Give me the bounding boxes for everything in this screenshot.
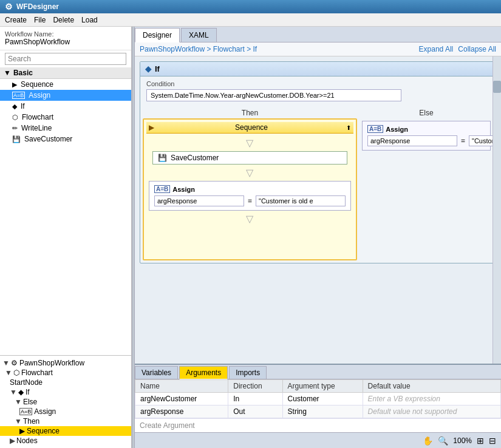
argument-row: argNewCustomer In Customer Enter a VB ex…	[135, 393, 500, 406]
assign-then-right[interactable]	[256, 195, 346, 206]
arg-direction[interactable]: In	[228, 393, 282, 406]
tab-xaml[interactable]: XAML	[181, 28, 217, 42]
assign-else-left[interactable]	[367, 135, 457, 146]
toolbox-item-label: WriteLine	[21, 124, 52, 132]
assign-then-row: =	[152, 194, 348, 208]
canvas-scrollbar[interactable]	[492, 56, 501, 364]
toolbox-item-sequence[interactable]: ▶ Sequence	[0, 79, 131, 90]
tree-item-assign-else[interactable]: A=B Assign	[0, 407, 131, 416]
sequence-title: Sequence	[235, 123, 268, 132]
if-header: ◆ If	[140, 62, 496, 76]
writeline-icon: ✏	[12, 124, 18, 132]
tree-item-then[interactable]: ▼ Then	[0, 416, 131, 426]
savecustomer-activity[interactable]: 💾 SaveCustomer	[152, 151, 347, 165]
menu-load[interactable]: Load	[81, 16, 98, 24]
tab-imports[interactable]: Imports	[229, 366, 267, 379]
tree-item-nodes[interactable]: ▶ Nodes	[0, 436, 131, 446]
restore-icon[interactable]: ⊟	[489, 436, 496, 446]
designer-tabs: Designer XAML	[135, 27, 501, 42]
tree-icon: ⚙	[11, 359, 18, 367]
breadcrumb-path[interactable]: PawnShopWorkflow > Flowchart > If	[140, 45, 257, 53]
tree-item-sequence[interactable]: ▶ Sequence	[0, 426, 131, 436]
col-type: Argument type	[282, 380, 363, 393]
search-input[interactable]	[5, 53, 126, 65]
assign-then-left[interactable]	[154, 195, 244, 206]
toolbox-item-assign[interactable]: A=B Assign	[0, 90, 131, 101]
if-diamond-icon: ◆	[145, 64, 151, 73]
tree-icon: A=B	[19, 408, 32, 415]
tree-item-pawnshop[interactable]: ▼ ⚙ PawnShopWorkflow	[0, 358, 131, 368]
toolbox-item-label: SaveCustomer	[24, 135, 72, 143]
toolbox-group-basic[interactable]: ▼ Basic	[0, 67, 131, 79]
then-label: Then	[143, 107, 357, 118]
sequence-icon: ▶	[149, 123, 154, 132]
expand-all-button[interactable]: Expand All	[419, 45, 454, 53]
savecustomer-icon: 💾	[12, 135, 21, 143]
tree-label: Then	[23, 417, 39, 426]
tree-label: Flowchart	[21, 368, 53, 377]
tree-label: Sequence	[27, 427, 60, 435]
menu-create[interactable]: Create	[5, 16, 27, 24]
assign-then: A=B Assign =	[149, 181, 351, 211]
toolbox-item-writeline[interactable]: ✏ WriteLine	[0, 123, 131, 134]
assign-else-eq: =	[460, 137, 466, 145]
arg-type[interactable]: Customer	[282, 393, 363, 406]
toolbox-item-label: Assign	[29, 91, 50, 100]
status-bar: ✋ 🔍 100% ⊞ ⊟	[135, 432, 501, 448]
assign-icon: A=B	[12, 92, 25, 99]
argument-row: argResponse Out String Default value not…	[135, 406, 500, 418]
tree-item-if[interactable]: ▼ ◆ If	[0, 387, 131, 397]
arg-name[interactable]: argResponse	[135, 406, 228, 418]
condition-section: Condition	[140, 76, 496, 105]
tree-icon: ▶	[19, 427, 25, 435]
toolbox-item-savecustomer[interactable]: 💾 SaveCustomer	[0, 134, 131, 144]
assign-else-header: A=B Assign	[365, 124, 488, 134]
toolbox-item-flowchart[interactable]: ⬡ Flowchart	[0, 112, 131, 123]
arg-default[interactable]: Default value not supported	[363, 406, 500, 418]
toolbox-item-if[interactable]: ◆ If	[0, 101, 131, 112]
tab-designer[interactable]: Designer	[135, 28, 180, 42]
group-label: Basic	[13, 69, 33, 77]
assign-else: A=B Assign =	[362, 121, 491, 151]
arg-name[interactable]: argNewCustomer	[135, 393, 228, 406]
bottom-tabs: Variables Arguments Imports	[135, 365, 501, 379]
sequence-collapse-button[interactable]: ⬆	[346, 124, 351, 131]
tree-item-else[interactable]: ▼ Else	[0, 397, 131, 407]
arg-type[interactable]: String	[282, 406, 363, 418]
tab-arguments[interactable]: Arguments	[179, 366, 228, 379]
arg-direction[interactable]: Out	[228, 406, 282, 418]
arg-default[interactable]: Enter a VB expression	[363, 393, 500, 406]
tree-arrow: ▼	[2, 359, 10, 367]
group-arrow: ▼	[4, 69, 11, 77]
tree-label: StartNode	[10, 378, 43, 387]
else-label: Else	[360, 107, 493, 118]
toolbox: ▼ Basic ▶ Sequence A=B Assign ◆ If ⬡ Flo…	[0, 67, 131, 355]
tree-item-flowchart[interactable]: ▼ ⬡ Flowchart	[0, 368, 131, 378]
fit-window-icon[interactable]: ⊞	[477, 436, 484, 446]
collapse-all-button[interactable]: Collapse All	[458, 45, 496, 53]
condition-input[interactable]	[146, 89, 401, 101]
tab-variables[interactable]: Variables	[135, 366, 178, 379]
bottom-area: Variables Arguments Imports Name Directi…	[135, 364, 501, 432]
breadcrumb-actions: Expand All Collapse All	[419, 45, 496, 53]
hand-icon[interactable]: ✋	[423, 436, 433, 446]
then-column: Then ▶ Sequence ⬆ ▽	[143, 107, 357, 260]
savecustomer-label: SaveCustomer	[171, 154, 219, 162]
create-argument-button[interactable]: Create Argument	[135, 418, 501, 432]
assign-else-label: Assign	[386, 126, 408, 133]
col-default: Default value	[363, 380, 500, 393]
arguments-table: Name Direction Argument type Default val…	[135, 379, 501, 418]
scrollbar-thumb[interactable]	[493, 81, 501, 93]
breadcrumb: PawnShopWorkflow > Flowchart > If Expand…	[135, 42, 501, 56]
tree-item-startnode[interactable]: StartNode	[0, 378, 131, 387]
menu-delete[interactable]: Delete	[53, 16, 74, 24]
tree-arrow: ▶	[10, 436, 15, 445]
condition-label: Condition	[146, 80, 489, 87]
tree-section: ▼ ⚙ PawnShopWorkflow ▼ ⬡ Flowchart Start…	[0, 355, 131, 448]
else-column: Else A=B Assign =	[360, 107, 493, 260]
menu-file[interactable]: File	[34, 16, 46, 24]
col-name: Name	[135, 380, 228, 393]
search-zoom-icon[interactable]: 🔍	[438, 436, 448, 446]
title-bar: ⚙ WFDesigner	[0, 0, 501, 13]
assign-eq-sign: =	[247, 197, 253, 205]
